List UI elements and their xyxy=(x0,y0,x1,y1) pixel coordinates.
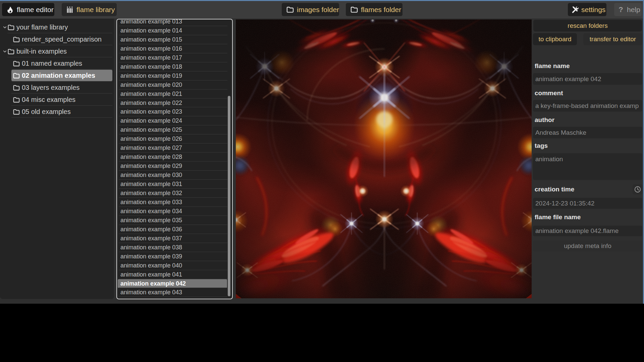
list-item[interactable]: animation example 014 xyxy=(117,26,232,35)
list-item-label: animation example 032 xyxy=(120,189,182,198)
images-folder-button[interactable]: images folder xyxy=(282,3,339,16)
rescan-folders-button[interactable]: rescan folders xyxy=(533,20,642,32)
list-item[interactable]: animation example 030 xyxy=(117,171,232,180)
list-item-label: animation example 014 xyxy=(120,26,182,35)
list-item[interactable]: animation example 018 xyxy=(117,62,232,71)
list-item[interactable]: animation example 016 xyxy=(117,44,232,53)
list-item[interactable]: animation example 013 xyxy=(117,19,232,26)
list-item[interactable]: animation example 036 xyxy=(117,225,232,234)
list-item[interactable]: animation example 031 xyxy=(117,180,232,189)
author-label: author xyxy=(535,116,554,124)
list-item[interactable]: animation example 035 xyxy=(117,216,232,225)
comment-input[interactable]: a key-frame-based animation examp xyxy=(533,100,642,112)
list-item[interactable]: animation example 023 xyxy=(117,108,232,117)
folder-icon xyxy=(350,6,358,13)
folder-icon xyxy=(7,48,14,55)
tree-item[interactable]: your flame library xyxy=(0,21,114,33)
list-item[interactable]: animation example 028 xyxy=(117,153,232,162)
list-item-label: animation example 015 xyxy=(120,35,182,44)
help-button[interactable]: ? help xyxy=(614,3,642,16)
list-item[interactable]: animation example 025 xyxy=(117,125,232,134)
list-item-label: animation example 039 xyxy=(120,252,182,261)
flame-library-label: flame library xyxy=(76,6,115,14)
list-item[interactable]: animation example 020 xyxy=(117,80,232,89)
creation-time-input[interactable]: 2024-12-23 01:35:42 xyxy=(533,198,642,209)
tree-item[interactable]: built-in examples xyxy=(0,45,114,57)
tree-item[interactable]: 01 named examples xyxy=(0,57,114,69)
list-item[interactable]: animation example 032 xyxy=(117,189,232,198)
chevron-down-icon[interactable] xyxy=(3,49,7,54)
list-item-label: animation example 027 xyxy=(120,143,182,153)
list-item-label: animation example 042 xyxy=(120,279,186,288)
list-item[interactable]: animation example 015 xyxy=(117,35,232,44)
list-item[interactable]: animation example 037 xyxy=(117,234,232,243)
list-scrollbar-thumb[interactable] xyxy=(228,96,230,296)
clock-icon[interactable] xyxy=(633,184,643,194)
list-item[interactable]: animation example 039 xyxy=(117,252,232,261)
tools-icon xyxy=(571,6,579,13)
library-folder-tree: your flame libraryrender_speed_compariso… xyxy=(0,19,114,299)
flame-name-input[interactable]: animation example 042 xyxy=(533,73,642,85)
tree-item[interactable]: 02 animation examples xyxy=(0,69,114,81)
svg-text:?: ? xyxy=(619,6,623,14)
tree-item[interactable]: 04 misc examples xyxy=(0,94,114,106)
flames-folder-button[interactable]: flames folder xyxy=(346,3,402,16)
list-item[interactable]: animation example 029 xyxy=(117,162,232,171)
list-item[interactable]: animation example 041 xyxy=(117,270,232,279)
folder-icon xyxy=(13,96,20,103)
to-clipboard-button[interactable]: to clipboard xyxy=(533,33,577,45)
settings-button[interactable]: settings xyxy=(568,3,606,16)
list-item-label: animation example 028 xyxy=(120,153,182,162)
list-item[interactable]: animation example 043 xyxy=(117,288,232,297)
list-item-label: animation example 025 xyxy=(120,125,182,134)
list-item[interactable]: animation example 019 xyxy=(117,71,232,80)
list-item-label: animation example 016 xyxy=(120,44,182,53)
list-item-label: animation example 030 xyxy=(120,171,182,180)
flame-file-name-input[interactable]: animation example 042.flame xyxy=(533,226,642,236)
list-item-label: animation example 021 xyxy=(120,89,182,99)
list-item[interactable]: animation example 021 xyxy=(117,89,232,99)
list-item-label: animation example 026 xyxy=(120,134,182,143)
list-item[interactable]: animation example 033 xyxy=(117,198,232,207)
tree-item[interactable]: render_speed_comparison xyxy=(0,33,114,45)
flame-name-label: flame name xyxy=(535,62,570,70)
list-item-label: animation example 019 xyxy=(120,71,182,80)
tags-textarea[interactable]: animation xyxy=(533,153,642,180)
tree-item[interactable]: 03 layers examples xyxy=(0,81,114,94)
folder-icon xyxy=(13,60,20,67)
list-item[interactable]: animation example 034 xyxy=(117,207,232,216)
flame-library-button[interactable]: flame library xyxy=(62,3,117,16)
list-item[interactable]: animation example 038 xyxy=(117,243,232,252)
list-item[interactable]: animation example 042 xyxy=(117,279,232,288)
question-icon: ? xyxy=(618,6,624,14)
list-item-label: animation example 018 xyxy=(120,62,182,71)
list-item-label: animation example 031 xyxy=(120,180,182,189)
folder-icon xyxy=(13,72,20,79)
list-item[interactable]: animation example 017 xyxy=(117,53,232,62)
list-item-label: animation example 022 xyxy=(120,99,182,108)
library-icon xyxy=(66,6,73,14)
list-item-label: animation example 020 xyxy=(120,80,182,89)
list-item[interactable]: animation example 022 xyxy=(117,99,232,108)
list-item[interactable]: animation example 027 xyxy=(117,143,232,153)
list-item[interactable]: animation example 040 xyxy=(117,261,232,270)
list-item[interactable]: animation example 026 xyxy=(117,134,232,143)
list-item-label: animation example 034 xyxy=(120,207,182,216)
details-panel: rescan folders to clipboard transfer to … xyxy=(532,18,643,304)
tree-item[interactable]: 05 old examples xyxy=(0,106,114,118)
list-item-label: animation example 033 xyxy=(120,198,182,207)
list-item-label: animation example 036 xyxy=(120,225,182,234)
chevron-down-icon[interactable] xyxy=(3,25,7,29)
list-item-label: animation example 017 xyxy=(120,53,182,62)
list-item[interactable]: animation example 024 xyxy=(117,116,232,125)
update-meta-info-button[interactable]: update meta info xyxy=(533,240,642,252)
list-item-label: animation example 023 xyxy=(120,108,182,117)
flame-editor-button[interactable]: flame editor xyxy=(2,3,54,16)
creation-time-label: creation time xyxy=(535,186,574,193)
separator xyxy=(119,297,227,297)
transfer-to-editor-button[interactable]: transfer to editor xyxy=(583,33,642,45)
tags-label: tags xyxy=(535,142,548,149)
flame-list: animation example 013animation example 0… xyxy=(116,19,233,299)
author-input[interactable]: Andreas Maschke xyxy=(533,127,642,138)
flame-file-name-label: flame file name xyxy=(535,214,581,221)
